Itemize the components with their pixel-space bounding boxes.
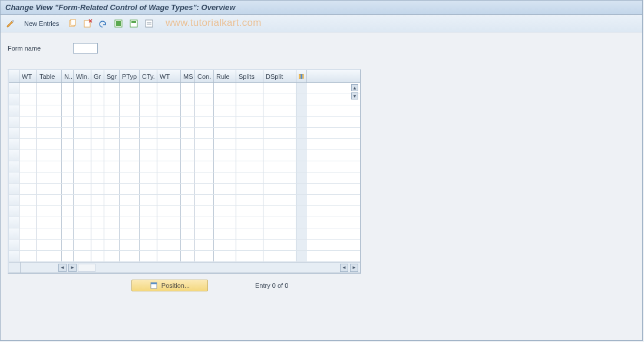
cell-n[interactable] <box>62 150 74 161</box>
cell-con[interactable] <box>195 128 214 138</box>
cell-wt1[interactable] <box>19 117 37 127</box>
toggle-display-change-icon[interactable] <box>4 17 17 30</box>
cell-ms[interactable] <box>181 128 195 138</box>
cell-n[interactable] <box>62 240 74 250</box>
cell-table[interactable] <box>37 150 62 161</box>
cell-dsplit[interactable] <box>263 172 296 183</box>
cell-wt2[interactable] <box>157 172 181 183</box>
cell-dsplit[interactable] <box>263 206 296 217</box>
cell-n[interactable] <box>62 195 74 205</box>
cell-ms[interactable] <box>181 240 195 250</box>
cell-ms[interactable] <box>181 105 195 116</box>
cell-con[interactable] <box>195 105 214 116</box>
hscroll-track-left[interactable] <box>78 264 95 272</box>
cell-wt2[interactable] <box>157 117 181 127</box>
cell-table[interactable] <box>37 206 62 217</box>
cell-gr[interactable] <box>91 251 104 261</box>
cell-n[interactable] <box>62 172 74 183</box>
row-selector[interactable] <box>9 172 19 183</box>
cell-splits[interactable] <box>236 184 263 194</box>
cell-gr[interactable] <box>91 105 104 116</box>
row-selector[interactable] <box>9 228 19 239</box>
cell-wt2[interactable] <box>157 83 181 94</box>
cell-cty[interactable] <box>140 83 157 94</box>
col-header-ptyp[interactable]: PTyp <box>120 70 140 82</box>
cell-gr[interactable] <box>91 228 104 239</box>
cell-sgr[interactable] <box>104 228 120 239</box>
cell-dsplit[interactable] <box>263 251 296 261</box>
cell-ptyp[interactable] <box>120 240 140 250</box>
cell-cty[interactable] <box>140 217 157 228</box>
scroll-right-icon[interactable]: ► <box>68 264 77 272</box>
cell-gr[interactable] <box>91 117 104 127</box>
cell-dsplit[interactable] <box>263 217 296 228</box>
cell-con[interactable] <box>195 83 214 94</box>
cell-rule[interactable] <box>214 228 236 239</box>
cell-table[interactable] <box>37 172 62 183</box>
cell-n[interactable] <box>62 184 74 194</box>
cell-splits[interactable] <box>236 228 263 239</box>
cell-ms[interactable] <box>181 161 195 172</box>
col-header-cty[interactable]: CTy. <box>140 70 157 82</box>
col-header-sgr[interactable]: Sgr <box>104 70 120 82</box>
scroll-up-icon[interactable]: ▲ <box>351 84 358 91</box>
cell-wt2[interactable] <box>157 240 181 250</box>
cell-ms[interactable] <box>181 251 195 261</box>
cell-n[interactable] <box>62 251 74 261</box>
cell-splits[interactable] <box>236 172 263 183</box>
cell-cty[interactable] <box>140 228 157 239</box>
cell-wt1[interactable] <box>19 184 37 194</box>
cell-sgr[interactable] <box>104 240 120 250</box>
cell-dsplit[interactable] <box>263 105 296 116</box>
col-header-wt2[interactable]: WT <box>157 70 181 82</box>
cell-ptyp[interactable] <box>120 105 140 116</box>
cell-gr[interactable] <box>91 161 104 172</box>
col-header-rule[interactable]: Rule <box>214 70 236 82</box>
cell-sgr[interactable] <box>104 83 120 94</box>
cell-win[interactable] <box>74 139 91 150</box>
cell-gr[interactable] <box>91 128 104 138</box>
row-selector-header[interactable] <box>9 70 19 82</box>
cell-table[interactable] <box>37 251 62 261</box>
cell-rule[interactable] <box>214 117 236 127</box>
cell-con[interactable] <box>195 172 214 183</box>
row-selector[interactable] <box>9 217 19 228</box>
cell-splits[interactable] <box>236 161 263 172</box>
cell-win[interactable] <box>74 184 91 194</box>
cell-splits[interactable] <box>236 128 263 138</box>
cell-dsplit[interactable] <box>263 150 296 161</box>
cell-sgr[interactable] <box>104 139 120 150</box>
cell-gr[interactable] <box>91 195 104 205</box>
cell-ms[interactable] <box>181 172 195 183</box>
cell-rule[interactable] <box>214 105 236 116</box>
row-selector[interactable] <box>9 150 19 161</box>
copy-as-icon[interactable] <box>66 17 79 30</box>
cell-wt2[interactable] <box>157 195 181 205</box>
position-button[interactable]: Position... <box>131 280 208 291</box>
cell-splits[interactable] <box>236 251 263 261</box>
col-header-ms[interactable]: MS <box>181 70 195 82</box>
scroll-down-icon[interactable]: ▼ <box>351 92 358 99</box>
cell-ms[interactable] <box>181 195 195 205</box>
cell-sgr[interactable] <box>104 128 120 138</box>
cell-cty[interactable] <box>140 161 157 172</box>
row-selector[interactable] <box>9 240 19 250</box>
cell-table[interactable] <box>37 195 62 205</box>
cell-ptyp[interactable] <box>120 117 140 127</box>
row-selector[interactable] <box>9 83 19 94</box>
cell-ptyp[interactable] <box>120 139 140 150</box>
cell-win[interactable] <box>74 228 91 239</box>
cell-splits[interactable] <box>236 117 263 127</box>
cell-sgr[interactable] <box>104 172 120 183</box>
cell-dsplit[interactable] <box>263 195 296 205</box>
cell-table[interactable] <box>37 105 62 116</box>
cell-con[interactable] <box>195 139 214 150</box>
cell-wt1[interactable] <box>19 195 37 205</box>
cell-table[interactable] <box>37 184 62 194</box>
cell-con[interactable] <box>195 251 214 261</box>
cell-ptyp[interactable] <box>120 251 140 261</box>
cell-ptyp[interactable] <box>120 150 140 161</box>
cell-gr[interactable] <box>91 150 104 161</box>
cell-ms[interactable] <box>181 217 195 228</box>
cell-ptyp[interactable] <box>120 94 140 105</box>
